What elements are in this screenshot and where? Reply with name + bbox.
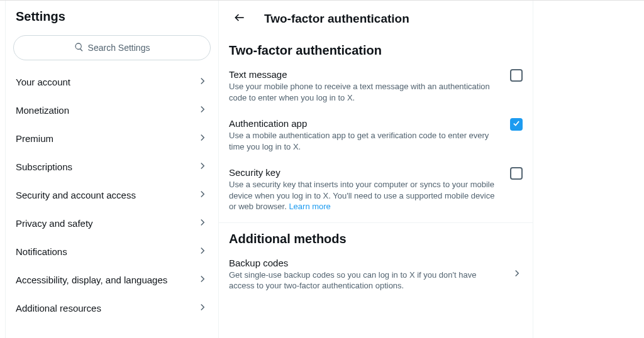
checkbox-security-key[interactable]	[510, 167, 523, 180]
sidebar-item-label: Monetization	[16, 105, 69, 116]
page-title: Two-factor authentication	[264, 12, 409, 26]
arrow-left-icon	[233, 11, 246, 26]
sidebar-item-label: Notifications	[16, 246, 67, 257]
sidebar-item-label: Accessibility, display, and languages	[16, 275, 167, 285]
sidebar-item-monetization[interactable]: Monetization	[6, 96, 218, 124]
chevron-right-icon	[197, 217, 208, 230]
chevron-right-icon	[197, 160, 208, 173]
option-text-message[interactable]: Text message Use your mobile phone to re…	[219, 62, 533, 111]
sidebar-item-security-and-account-access[interactable]: Security and account access	[6, 181, 218, 209]
option-title: Authentication app	[229, 118, 502, 129]
learn-more-link[interactable]: Learn more	[289, 202, 330, 211]
chevron-right-icon	[511, 268, 523, 281]
checkbox-text-message[interactable]	[510, 69, 523, 82]
sidebar-list: Your account Monetization Premium Subscr…	[6, 68, 218, 322]
search-icon	[74, 42, 84, 54]
option-title: Security key	[229, 167, 502, 178]
option-security-key[interactable]: Security key Use a security key that ins…	[219, 160, 533, 220]
option-backup-codes[interactable]: Backup codes Get single-use backup codes…	[219, 250, 533, 299]
check-icon	[512, 119, 521, 130]
chevron-right-icon	[197, 104, 208, 117]
chevron-right-icon	[197, 188, 208, 202]
back-button[interactable]	[229, 8, 250, 30]
sidebar-item-additional-resources[interactable]: Additional resources	[6, 294, 218, 322]
option-desc: Use your mobile phone to receive a text …	[229, 81, 502, 103]
section-heading-additional: Additional methods	[219, 223, 533, 250]
search-wrap: Search Settings	[6, 30, 218, 68]
sidebar-item-accessibility-display-and-languages[interactable]: Accessibility, display, and languages	[6, 266, 218, 294]
section-heading-2fa: Two-factor authentication	[219, 35, 533, 62]
main-panel: Two-factor authentication Two-factor aut…	[219, 1, 533, 338]
sidebar-item-label: Additional resources	[16, 303, 101, 313]
option-body: Authentication app Use a mobile authenti…	[229, 118, 502, 152]
sidebar-item-subscriptions[interactable]: Subscriptions	[6, 153, 218, 181]
sidebar-item-label: Premium	[16, 133, 53, 144]
chevron-right-icon	[197, 273, 208, 286]
sidebar-item-label: Your account	[16, 77, 70, 87]
sidebar-item-your-account[interactable]: Your account	[6, 68, 218, 96]
option-title: Text message	[229, 69, 502, 80]
chevron-right-icon	[197, 245, 208, 258]
chevron-right-icon	[197, 75, 208, 89]
sidebar-title: Settings	[6, 1, 218, 30]
option-desc-text: Use a security key that inserts into you…	[229, 180, 494, 211]
option-body: Backup codes Get single-use backup codes…	[229, 258, 504, 292]
option-body: Security key Use a security key that ins…	[229, 167, 502, 212]
checkbox-authentication-app[interactable]	[510, 118, 523, 131]
chevron-right-icon	[197, 302, 208, 315]
chevron-right-icon	[197, 132, 208, 145]
sidebar-item-privacy-and-safety[interactable]: Privacy and safety	[6, 209, 218, 237]
sidebar-item-notifications[interactable]: Notifications	[6, 237, 218, 266]
sidebar-item-label: Subscriptions	[16, 161, 72, 172]
sidebar-item-premium[interactable]: Premium	[6, 124, 218, 153]
sidebar-item-label: Privacy and safety	[16, 218, 93, 229]
option-desc: Get single-use backup codes so you can l…	[229, 270, 504, 292]
option-body: Text message Use your mobile phone to re…	[229, 69, 502, 103]
option-title: Backup codes	[229, 258, 504, 268]
main-header: Two-factor authentication	[219, 1, 533, 35]
option-desc: Use a mobile authentication app to get a…	[229, 130, 502, 152]
sidebar-item-label: Security and account access	[16, 190, 136, 200]
search-settings-input[interactable]: Search Settings	[13, 35, 211, 60]
search-placeholder: Search Settings	[88, 43, 150, 53]
option-desc: Use a security key that inserts into you…	[229, 179, 502, 212]
option-authentication-app[interactable]: Authentication app Use a mobile authenti…	[219, 111, 533, 160]
settings-sidebar: Settings Search Settings Your account Mo…	[5, 1, 219, 338]
